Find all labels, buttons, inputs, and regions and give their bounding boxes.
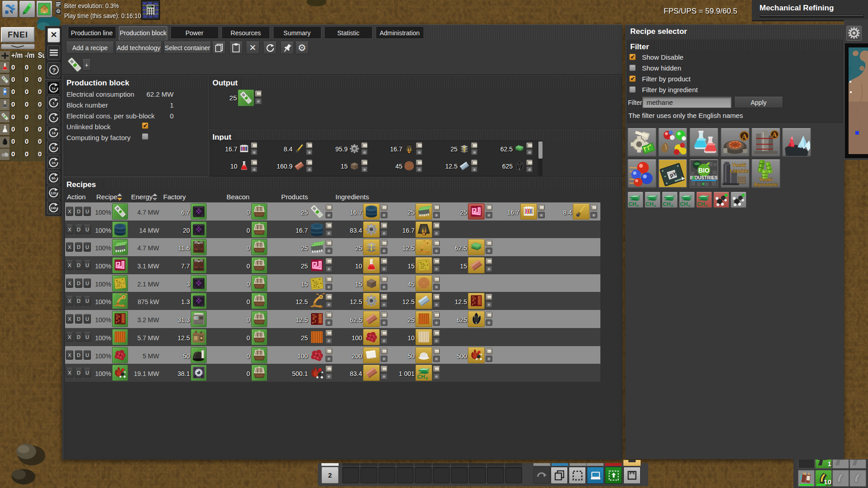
svg-text:30: 30 xyxy=(52,146,55,150)
svg-text:?: ? xyxy=(52,67,56,74)
svg-text:CH: CH xyxy=(680,201,688,207)
svg-text:12h: 12h xyxy=(51,191,57,195)
svg-text:4: 4 xyxy=(671,204,673,207)
svg-text:5: 5 xyxy=(52,116,54,120)
svg-text:Agronomie: Agronomie xyxy=(754,182,778,187)
svg-text:BIO: BIO xyxy=(698,167,710,174)
svg-text:CH: CH xyxy=(697,201,705,207)
svg-text:4: 4 xyxy=(688,204,690,207)
svg-text:4: 4 xyxy=(654,204,656,207)
svg-text:4: 4 xyxy=(705,204,708,207)
svg-text:1s: 1s xyxy=(52,86,55,90)
svg-text:4: 4 xyxy=(425,376,428,380)
svg-text:4: 4 xyxy=(637,204,639,207)
svg-text:CH: CH xyxy=(417,374,425,380)
svg-text:1h: 1h xyxy=(52,161,56,165)
svg-text:CH: CH xyxy=(663,201,670,207)
svg-text:10: 10 xyxy=(52,131,55,135)
svg-text:A: A xyxy=(741,132,747,141)
svg-text:Yuoki: Yuoki xyxy=(732,162,746,168)
svg-text:Yuoki: Yuoki xyxy=(759,177,773,182)
svg-text:1: 1 xyxy=(52,101,54,105)
svg-text:978: 978 xyxy=(148,6,151,8)
svg-text:24h: 24h xyxy=(51,206,57,210)
svg-text:A: A xyxy=(772,131,777,138)
svg-text:CH: CH xyxy=(628,201,636,207)
svg-text:6h: 6h xyxy=(52,176,56,180)
svg-text:Liquids: Liquids xyxy=(730,168,749,174)
svg-text:CH: CH xyxy=(646,201,653,207)
